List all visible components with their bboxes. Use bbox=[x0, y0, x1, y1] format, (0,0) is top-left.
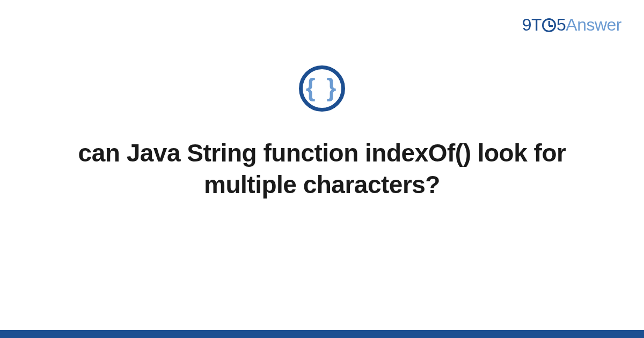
question-title: can Java String function indexOf() look … bbox=[54, 137, 590, 201]
footer-bar bbox=[0, 330, 644, 338]
logo-text-5: 5 bbox=[557, 15, 566, 34]
main-content: { } can Java String function indexOf() l… bbox=[0, 65, 644, 201]
code-braces-icon: { } bbox=[306, 75, 339, 100]
site-logo: 9T5Answer bbox=[522, 15, 621, 35]
logo-text-answer: Answer bbox=[566, 15, 621, 34]
clock-icon bbox=[542, 18, 556, 32]
category-icon-circle: { } bbox=[299, 65, 345, 112]
logo-text-9t: 9T bbox=[522, 15, 541, 34]
